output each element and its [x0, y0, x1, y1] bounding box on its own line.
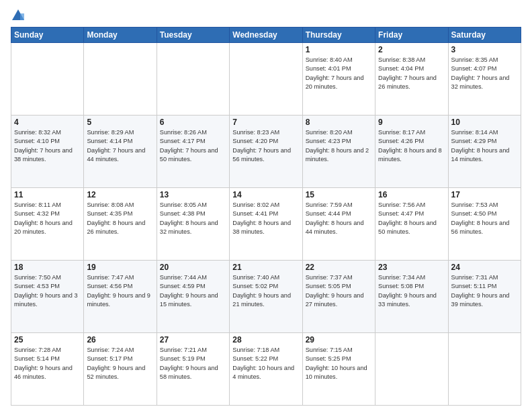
day-info: Sunrise: 7:31 AM Sunset: 5:11 PM Dayligh…	[451, 273, 518, 309]
day-info: Sunrise: 8:20 AM Sunset: 4:23 PM Dayligh…	[306, 128, 372, 164]
day-number: 27	[160, 335, 226, 345]
calendar-week-0: 1Sunrise: 8:40 AM Sunset: 4:01 PM Daylig…	[11, 43, 521, 116]
calendar-cell: 3Sunrise: 8:35 AM Sunset: 4:07 PM Daylig…	[448, 43, 521, 116]
calendar-cell: 15Sunrise: 7:59 AM Sunset: 4:44 PM Dayli…	[302, 188, 375, 261]
day-number: 15	[306, 190, 372, 199]
header	[11, 8, 521, 23]
calendar-cell: 27Sunrise: 7:21 AM Sunset: 5:19 PM Dayli…	[157, 333, 229, 406]
calendar-week-3: 18Sunrise: 7:50 AM Sunset: 4:53 PM Dayli…	[11, 261, 521, 333]
day-info: Sunrise: 8:17 AM Sunset: 4:26 PM Dayligh…	[378, 128, 445, 164]
day-number: 25	[14, 335, 81, 345]
day-number: 11	[14, 190, 81, 199]
calendar-cell: 8Sunrise: 8:20 AM Sunset: 4:23 PM Daylig…	[302, 116, 375, 188]
day-info: Sunrise: 8:14 AM Sunset: 4:29 PM Dayligh…	[451, 128, 518, 164]
day-number: 4	[14, 118, 81, 127]
day-info: Sunrise: 7:21 AM Sunset: 5:19 PM Dayligh…	[160, 346, 226, 381]
day-info: Sunrise: 8:38 AM Sunset: 4:04 PM Dayligh…	[378, 56, 445, 91]
day-number: 10	[451, 118, 518, 127]
day-number: 28	[232, 335, 299, 345]
day-info: Sunrise: 7:18 AM Sunset: 5:22 PM Dayligh…	[232, 346, 299, 381]
day-info: Sunrise: 8:29 AM Sunset: 4:14 PM Dayligh…	[87, 128, 153, 164]
calendar-cell: 11Sunrise: 8:11 AM Sunset: 4:32 PM Dayli…	[11, 188, 84, 261]
day-info: Sunrise: 7:47 AM Sunset: 4:56 PM Dayligh…	[87, 273, 153, 309]
day-number: 3	[451, 45, 518, 54]
day-header-wednesday: Wednesday	[230, 28, 302, 43]
day-number: 17	[451, 190, 518, 199]
calendar-cell	[375, 333, 448, 406]
logo	[11, 8, 28, 23]
calendar-cell	[11, 43, 84, 116]
calendar-cell: 22Sunrise: 7:37 AM Sunset: 5:05 PM Dayli…	[302, 261, 375, 333]
day-header-monday: Monday	[84, 28, 157, 43]
calendar-week-2: 11Sunrise: 8:11 AM Sunset: 4:32 PM Dayli…	[11, 188, 521, 261]
day-info: Sunrise: 8:26 AM Sunset: 4:17 PM Dayligh…	[160, 128, 226, 164]
calendar-header-row: SundayMondayTuesdayWednesdayThursdayFrid…	[11, 28, 521, 43]
day-number: 20	[160, 263, 226, 272]
day-number: 22	[306, 263, 372, 272]
day-info: Sunrise: 7:28 AM Sunset: 5:14 PM Dayligh…	[14, 346, 81, 381]
day-info: Sunrise: 7:50 AM Sunset: 4:53 PM Dayligh…	[14, 273, 81, 309]
day-number: 16	[378, 190, 445, 199]
day-header-friday: Friday	[375, 28, 448, 43]
day-number: 1	[306, 45, 372, 54]
day-number: 29	[306, 335, 372, 345]
day-number: 14	[232, 190, 299, 199]
calendar-cell: 16Sunrise: 7:56 AM Sunset: 4:47 PM Dayli…	[375, 188, 448, 261]
day-info: Sunrise: 8:35 AM Sunset: 4:07 PM Dayligh…	[451, 56, 518, 91]
day-number: 12	[87, 190, 153, 199]
calendar-cell: 18Sunrise: 7:50 AM Sunset: 4:53 PM Dayli…	[11, 261, 84, 333]
calendar-cell: 24Sunrise: 7:31 AM Sunset: 5:11 PM Dayli…	[448, 261, 521, 333]
svg-marker-1	[20, 13, 24, 20]
day-number: 21	[232, 263, 299, 272]
calendar-cell: 13Sunrise: 8:05 AM Sunset: 4:38 PM Dayli…	[157, 188, 229, 261]
day-info: Sunrise: 7:53 AM Sunset: 4:50 PM Dayligh…	[451, 201, 518, 236]
calendar-week-1: 4Sunrise: 8:32 AM Sunset: 4:10 PM Daylig…	[11, 116, 521, 188]
calendar-cell: 20Sunrise: 7:44 AM Sunset: 4:59 PM Dayli…	[157, 261, 229, 333]
logo-icon	[11, 8, 26, 23]
day-info: Sunrise: 8:23 AM Sunset: 4:20 PM Dayligh…	[232, 128, 299, 164]
day-info: Sunrise: 7:34 AM Sunset: 5:08 PM Dayligh…	[378, 273, 445, 309]
calendar-cell: 10Sunrise: 8:14 AM Sunset: 4:29 PM Dayli…	[448, 116, 521, 188]
calendar-cell: 12Sunrise: 8:08 AM Sunset: 4:35 PM Dayli…	[84, 188, 157, 261]
calendar-cell: 6Sunrise: 8:26 AM Sunset: 4:17 PM Daylig…	[157, 116, 229, 188]
day-number: 9	[378, 118, 445, 127]
day-info: Sunrise: 7:56 AM Sunset: 4:47 PM Dayligh…	[378, 201, 445, 236]
calendar-week-4: 25Sunrise: 7:28 AM Sunset: 5:14 PM Dayli…	[11, 333, 521, 406]
day-number: 13	[160, 190, 226, 199]
day-info: Sunrise: 8:40 AM Sunset: 4:01 PM Dayligh…	[306, 56, 372, 91]
calendar-cell	[157, 43, 229, 116]
calendar-cell: 25Sunrise: 7:28 AM Sunset: 5:14 PM Dayli…	[11, 333, 84, 406]
day-number: 5	[87, 118, 153, 127]
day-number: 7	[232, 118, 299, 127]
calendar-cell: 26Sunrise: 7:24 AM Sunset: 5:17 PM Dayli…	[84, 333, 157, 406]
calendar-cell	[84, 43, 157, 116]
day-number: 23	[378, 263, 445, 272]
day-info: Sunrise: 7:59 AM Sunset: 4:44 PM Dayligh…	[306, 201, 372, 236]
day-number: 6	[160, 118, 226, 127]
day-number: 2	[378, 45, 445, 54]
calendar-cell: 9Sunrise: 8:17 AM Sunset: 4:26 PM Daylig…	[375, 116, 448, 188]
calendar-table: SundayMondayTuesdayWednesdayThursdayFrid…	[11, 27, 521, 406]
calendar-cell: 17Sunrise: 7:53 AM Sunset: 4:50 PM Dayli…	[448, 188, 521, 261]
calendar-cell: 1Sunrise: 8:40 AM Sunset: 4:01 PM Daylig…	[302, 43, 375, 116]
calendar-cell: 23Sunrise: 7:34 AM Sunset: 5:08 PM Dayli…	[375, 261, 448, 333]
day-number: 8	[306, 118, 372, 127]
day-info: Sunrise: 7:40 AM Sunset: 5:02 PM Dayligh…	[232, 273, 299, 309]
calendar-cell: 4Sunrise: 8:32 AM Sunset: 4:10 PM Daylig…	[11, 116, 84, 188]
day-number: 26	[87, 335, 153, 345]
day-info: Sunrise: 7:44 AM Sunset: 4:59 PM Dayligh…	[160, 273, 226, 309]
day-info: Sunrise: 8:08 AM Sunset: 4:35 PM Dayligh…	[87, 201, 153, 236]
page: SundayMondayTuesdayWednesdayThursdayFrid…	[0, 0, 532, 411]
day-header-tuesday: Tuesday	[157, 28, 229, 43]
day-header-saturday: Saturday	[448, 28, 521, 43]
calendar-cell: 7Sunrise: 8:23 AM Sunset: 4:20 PM Daylig…	[230, 116, 302, 188]
day-info: Sunrise: 7:24 AM Sunset: 5:17 PM Dayligh…	[87, 346, 153, 381]
day-header-thursday: Thursday	[302, 28, 375, 43]
calendar-cell	[448, 333, 521, 406]
calendar-cell	[230, 43, 302, 116]
calendar-cell: 14Sunrise: 8:02 AM Sunset: 4:41 PM Dayli…	[230, 188, 302, 261]
calendar-cell: 21Sunrise: 7:40 AM Sunset: 5:02 PM Dayli…	[230, 261, 302, 333]
day-number: 18	[14, 263, 81, 272]
day-header-sunday: Sunday	[11, 28, 84, 43]
calendar-cell: 5Sunrise: 8:29 AM Sunset: 4:14 PM Daylig…	[84, 116, 157, 188]
